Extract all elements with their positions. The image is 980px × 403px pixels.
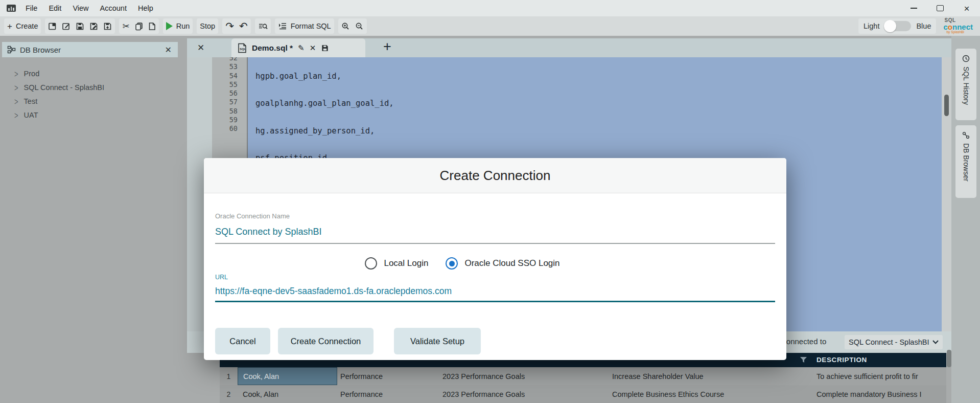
dialog-title: Create Connection: [440, 168, 551, 184]
editor-tabbar: ✕ SQL Demo.sql * ✎ ✕ +: [187, 38, 951, 57]
connection-name-label: Oracle Connection Name: [215, 212, 290, 220]
table-scrollbar-thumb[interactable]: [947, 350, 951, 367]
dialog-header: Create Connection: [204, 158, 786, 193]
undo-icon[interactable]: ↶: [239, 21, 248, 31]
tree-item-label: UAT: [24, 111, 38, 119]
titlebar: File Edit View Account Help ×: [0, 0, 980, 16]
cell-employee-selected[interactable]: Cook, Alan: [238, 367, 337, 385]
zoom-in-icon[interactable]: [341, 22, 350, 31]
db-browser-icon: [962, 131, 970, 139]
menu-help[interactable]: Help: [132, 4, 159, 12]
chevron-right-icon[interactable]: >: [14, 82, 18, 93]
chevron-right-icon[interactable]: >: [14, 96, 18, 106]
create-button[interactable]: + Create: [7, 22, 38, 31]
line-number: 60: [212, 124, 242, 133]
chevron-right-icon[interactable]: >: [14, 110, 18, 120]
new-file-icon[interactable]: [48, 22, 57, 31]
tab-db-browser[interactable]: DB Browser: [955, 125, 976, 198]
login-type-radio-group: Local Login Oracle Cloud SSO Login: [171, 257, 754, 270]
save-icon[interactable]: [76, 22, 84, 31]
svg-text:SQL: SQL: [240, 48, 246, 51]
cell-module[interactable]: Performance: [340, 385, 383, 403]
cell-goal-plan[interactable]: 2023 Performance Goals: [442, 367, 525, 385]
connection-select[interactable]: SQL Connect - SplashBI: [845, 335, 943, 349]
cell-description[interactable]: Complete mandatory Business I: [816, 385, 944, 403]
cell-employee[interactable]: Cook, Alan: [243, 385, 278, 403]
rename-tab-icon[interactable]: ✎: [298, 44, 305, 52]
window-controls: ×: [900, 0, 980, 16]
create-connection-dialog: Create Connection Oracle Connection Name…: [204, 158, 786, 360]
scrollbar-thumb[interactable]: [944, 95, 949, 116]
tree-item-label: Test: [24, 97, 38, 105]
close-all-tabs-icon[interactable]: ✕: [197, 42, 204, 53]
cell-goal-plan[interactable]: 2023 Performance Goals: [442, 385, 525, 403]
chevron-right-icon[interactable]: >: [14, 69, 18, 79]
create-connection-button[interactable]: Create Connection: [278, 328, 374, 354]
column-header-description[interactable]: DESCRIPTION: [816, 356, 867, 364]
sidebar-item-uat[interactable]: > UAT: [2, 108, 178, 122]
copy-icon[interactable]: [135, 22, 143, 31]
save-as-icon[interactable]: [89, 22, 98, 31]
redo-icon[interactable]: ↷: [225, 21, 234, 31]
editor-scrollbar[interactable]: [942, 57, 951, 331]
run-icon: [166, 22, 173, 30]
url-input[interactable]: https://fa-eqne-dev5-saasfademo1.ds-fa.o…: [215, 286, 452, 297]
radio-selected-icon[interactable]: [446, 257, 458, 270]
connection-name-input[interactable]: SQL Connect by SplashBI: [215, 227, 321, 237]
table-row[interactable]: 2 Cook, Alan Performance 2023 Performanc…: [220, 385, 946, 403]
maximize-icon[interactable]: [927, 0, 953, 16]
radio-oracle-cloud-sso-login[interactable]: Oracle Cloud SSO Login: [446, 257, 559, 270]
format-sql-button[interactable]: Format SQL: [278, 22, 331, 30]
clock-icon: [962, 55, 970, 62]
paste-icon[interactable]: [148, 22, 156, 31]
minimize-icon[interactable]: [900, 0, 927, 16]
tree-item-label: Prod: [24, 70, 40, 78]
right-panel-strip: SQL History DB Browser: [951, 36, 980, 403]
menu-edit[interactable]: Edit: [43, 4, 67, 12]
find-icon[interactable]: [258, 22, 268, 31]
filter-icon[interactable]: [800, 356, 807, 364]
url-label: URL: [215, 274, 228, 281]
menu-view[interactable]: View: [67, 4, 94, 12]
sidebar-item-sql-connect-splashbi[interactable]: > SQL Connect - SplashBI: [2, 81, 178, 94]
zoom-out-icon[interactable]: [355, 22, 364, 31]
radio-label: Oracle Cloud SSO Login: [464, 258, 559, 268]
table-row[interactable]: 1 Cook, Alan Performance 2023 Performanc…: [220, 367, 946, 386]
sidebar-item-prod[interactable]: > Prod: [2, 67, 178, 80]
theme-toggle[interactable]: Light Blue: [858, 18, 936, 34]
new-tab-icon[interactable]: +: [383, 39, 391, 55]
tab-demo-sql[interactable]: SQL Demo.sql * ✎ ✕: [231, 38, 365, 57]
sidebar-item-test[interactable]: > Test: [2, 95, 178, 108]
save-all-icon[interactable]: [103, 22, 112, 31]
cancel-button[interactable]: Cancel: [215, 328, 270, 354]
close-icon[interactable]: ×: [953, 0, 980, 16]
cell-goal[interactable]: Complete Business Ethics Course: [612, 385, 724, 403]
cell-description[interactable]: To achieve sufficient profit to fir: [816, 367, 944, 385]
save-tab-icon[interactable]: [321, 44, 329, 52]
tab-label: SQL History: [962, 66, 970, 105]
toolbar: + Create ✂: [0, 16, 980, 36]
edit-file-icon[interactable]: [62, 22, 71, 31]
line-number: 58: [212, 107, 242, 116]
radio-local-login[interactable]: Local Login: [365, 257, 428, 270]
tab-sql-history[interactable]: SQL History: [955, 49, 976, 120]
stop-button[interactable]: Stop: [200, 22, 215, 30]
theme-toggle-switch[interactable]: [884, 21, 911, 31]
db-browser-close-icon[interactable]: ✕: [165, 45, 172, 55]
app-window: File Edit View Account Help × + Create: [0, 0, 980, 403]
cell-module[interactable]: Performance: [340, 367, 383, 385]
validate-setup-button[interactable]: Validate Setup: [394, 328, 481, 354]
connection-select-value: SQL Connect - SplashBI: [849, 338, 929, 346]
close-tab-icon[interactable]: ✕: [310, 44, 316, 52]
connected-to-label: Connected to: [781, 337, 826, 346]
run-button[interactable]: Run: [166, 22, 190, 30]
cut-icon[interactable]: ✂: [122, 22, 129, 31]
app-logo-icon: [7, 5, 16, 12]
menu-account[interactable]: Account: [95, 4, 132, 12]
tab-label: DB Browser: [962, 143, 970, 182]
menu-file[interactable]: File: [20, 4, 43, 12]
radio-unselected-icon[interactable]: [365, 257, 377, 270]
format-sql-icon: [278, 22, 287, 30]
tree-item-label: SQL Connect - SplashBI: [24, 83, 104, 92]
cell-goal[interactable]: Increase Shareholder Value: [612, 367, 704, 385]
